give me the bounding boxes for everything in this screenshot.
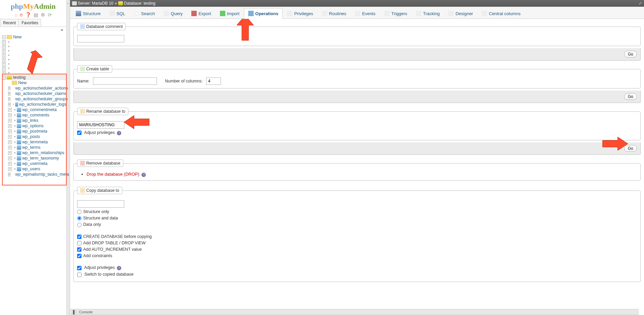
copy-radio[interactable] <box>77 216 82 220</box>
reload-icon[interactable]: ⟳ <box>48 12 52 18</box>
expand-icon[interactable]: + <box>8 140 12 144</box>
collapsed-db-3[interactable]: + <box>2 48 66 53</box>
copy-opt[interactable]: Structure only <box>77 209 109 214</box>
collapsed-db-4[interactable]: + <box>2 53 66 57</box>
expand-icon[interactable]: + <box>8 173 10 176</box>
copy-opt[interactable]: Data only <box>77 222 101 227</box>
tab-sql[interactable]: SQL <box>105 8 130 19</box>
expand-icon[interactable]: − <box>2 35 6 39</box>
tab-events[interactable]: Events <box>351 8 380 19</box>
expand-icon[interactable]: + <box>8 124 12 128</box>
table-row[interactable]: +wp_actionscheduler_claims <box>8 91 66 96</box>
copy-checkbox[interactable] <box>77 254 82 258</box>
expand-icon[interactable]: + <box>8 146 12 149</box>
expand-icon[interactable]: + <box>8 135 12 139</box>
expand-icon[interactable]: + <box>8 86 10 90</box>
collapse-icon[interactable]: − <box>2 76 6 79</box>
collapsed-db-8[interactable]: + <box>2 70 66 75</box>
console-bar[interactable]: ▌ Console <box>69 309 639 315</box>
db-new-table[interactable]: New <box>8 80 66 85</box>
console-handle-icon[interactable]: ▌ <box>72 310 77 314</box>
table-row[interactable]: +wp_usermeta <box>8 161 66 166</box>
sql-icon[interactable]: ▤ <box>34 12 38 18</box>
copy-switch-label[interactable]: Switch to copied database <box>77 272 133 277</box>
copy-radio[interactable] <box>77 210 82 214</box>
tab-import[interactable]: Import <box>216 8 244 19</box>
copy-checkbox[interactable] <box>77 247 82 252</box>
page-settings-icon[interactable]: ⤢ <box>639 1 642 6</box>
collapsed-db-5[interactable]: + <box>2 57 66 62</box>
tree-new[interactable]: − New <box>2 34 66 40</box>
table-row[interactable]: +wp_posts <box>8 134 66 139</box>
copy-db-input[interactable] <box>77 200 124 208</box>
copy-check[interactable]: Add constraints <box>77 253 112 258</box>
expand-icon[interactable]: + <box>8 103 11 106</box>
settings-icon[interactable]: ⚙ <box>41 12 45 18</box>
tab-privileges[interactable]: Privileges <box>283 8 317 19</box>
table-row[interactable]: +wp_options <box>8 123 66 129</box>
copy-adjust-label[interactable]: Adjust privileges <box>77 265 116 270</box>
create-table-go-button[interactable]: Go <box>624 93 637 100</box>
db-testing[interactable]: − testing <box>2 75 66 80</box>
db-comment-go-button[interactable]: Go <box>624 51 637 58</box>
help-icon[interactable]: ? <box>117 266 121 270</box>
collapsed-db-1[interactable]: + <box>2 40 66 44</box>
table-row[interactable]: +wp_users <box>8 166 66 172</box>
expand-icon[interactable]: + <box>8 151 12 155</box>
tab-structure[interactable]: Structure <box>71 8 105 19</box>
copy-opt[interactable]: Structure and data <box>77 216 118 220</box>
table-row[interactable]: +wp_term_taxonomy <box>8 155 66 161</box>
table-row[interactable]: +wp_actionscheduler_actions <box>8 85 66 91</box>
table-row[interactable]: +wp_wpmailsmtp_tasks_meta <box>8 172 66 177</box>
expand-icon[interactable]: + <box>8 130 12 133</box>
expand-icon[interactable]: + <box>8 92 10 96</box>
help-icon[interactable]: ? <box>141 173 146 177</box>
collapsed-db-2[interactable]: + <box>2 44 66 48</box>
db-link[interactable]: testing <box>143 1 155 6</box>
expand-icon[interactable]: + <box>8 162 12 166</box>
adjust-priv-label[interactable]: Adjust privileges <box>77 130 116 135</box>
docs-icon[interactable]: ❓ <box>25 12 31 18</box>
copy-checkbox[interactable] <box>77 235 82 239</box>
tab-triggers[interactable]: Triggers <box>380 8 412 19</box>
table-row[interactable]: +wp_links <box>8 118 66 123</box>
exit-icon[interactable]: ⎋ <box>20 12 23 18</box>
copy-checkbox[interactable] <box>77 241 82 245</box>
table-row[interactable]: +wp_actionscheduler_logs <box>8 102 66 107</box>
server-link[interactable]: MariaDB 10 <box>92 1 113 6</box>
tab-routines[interactable]: Routines <box>318 8 351 19</box>
num-columns-input[interactable] <box>206 77 221 85</box>
tab-search[interactable]: Search <box>130 8 159 19</box>
expand-icon[interactable]: + <box>8 156 12 160</box>
collapsed-db-7[interactable]: + <box>2 66 66 70</box>
tab-tracking[interactable]: Tracking <box>412 8 444 19</box>
link-icon[interactable]: ⚭ <box>0 27 66 33</box>
tab-central-columns[interactable]: Central columns <box>477 8 525 19</box>
collapsed-db-6[interactable]: + <box>2 62 66 66</box>
table-row[interactable]: +wp_actionscheduler_groups <box>8 96 66 102</box>
rename-input[interactable] <box>77 121 124 129</box>
copy-adjust-checkbox[interactable] <box>77 266 82 270</box>
expand-icon[interactable]: + <box>8 119 12 123</box>
adjust-priv-checkbox[interactable] <box>77 131 82 135</box>
table-row[interactable]: +wp_termmeta <box>8 139 66 145</box>
table-row[interactable]: +wp_commentmeta <box>8 107 66 112</box>
expand-icon[interactable]: + <box>8 113 12 117</box>
table-row[interactable]: +wp_term_relationships <box>8 150 66 155</box>
logo[interactable]: phpMyAdmin <box>0 0 66 11</box>
rename-go-button[interactable]: Go <box>624 145 637 152</box>
tab-favorites[interactable]: Favorites <box>19 19 41 27</box>
nav-collapse-handle[interactable]: ← <box>67 0 70 315</box>
db-comment-input[interactable] <box>77 35 124 42</box>
expand-icon[interactable]: + <box>8 97 10 101</box>
table-row[interactable]: +wp_comments <box>8 112 66 118</box>
expand-icon[interactable]: + <box>8 167 12 171</box>
help-icon[interactable]: ? <box>117 131 121 135</box>
copy-check[interactable]: Add AUTO_INCREMENT value <box>77 247 142 252</box>
copy-check[interactable]: Add DROP TABLE / DROP VIEW <box>77 241 146 245</box>
table-row[interactable]: +wp_terms <box>8 145 66 150</box>
copy-radio[interactable] <box>77 223 82 227</box>
copy-switch-checkbox[interactable] <box>77 273 82 277</box>
drop-db-link[interactable]: Drop the database (DROP) <box>87 172 139 177</box>
tab-operations[interactable]: Operations <box>244 8 283 19</box>
